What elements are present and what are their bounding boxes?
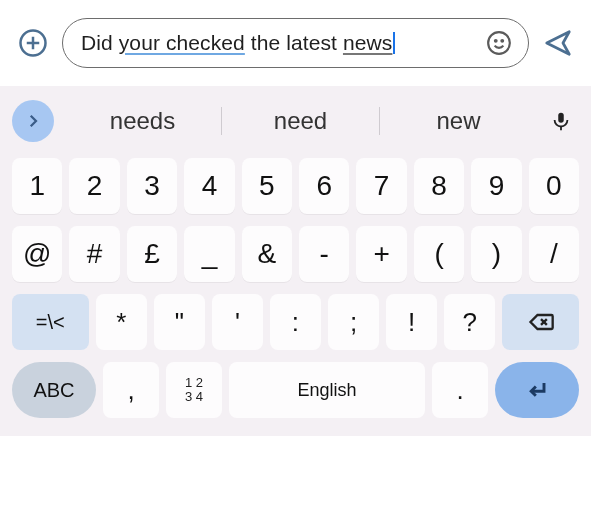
key-spacebar[interactable]: English [229, 362, 425, 418]
text-spell-underline: news [343, 31, 392, 54]
key-8[interactable]: 8 [414, 158, 464, 214]
key-minus[interactable]: - [299, 226, 349, 282]
backspace-icon [527, 308, 555, 336]
suggestion-strip: needs need new [8, 96, 583, 152]
svg-point-4 [495, 40, 497, 42]
key-row-4: ABC , 1 2 3 4 English . [12, 362, 579, 418]
key-row-3: =\< * " ' : ; ! ? [12, 294, 579, 350]
key-row-1: 1 2 3 4 5 6 7 8 9 0 [12, 158, 579, 214]
key-mode-abc[interactable]: ABC [12, 362, 96, 418]
key-semi[interactable]: ; [328, 294, 379, 350]
key-qmark[interactable]: ? [444, 294, 495, 350]
key-pound[interactable]: £ [127, 226, 177, 282]
key-plus[interactable]: + [356, 226, 406, 282]
key-hash[interactable]: # [69, 226, 119, 282]
key-underscore[interactable]: _ [184, 226, 234, 282]
key-9[interactable]: 9 [471, 158, 521, 214]
key-symbols-more[interactable]: =\< [12, 294, 89, 350]
key-2[interactable]: 2 [69, 158, 119, 214]
key-7[interactable]: 7 [356, 158, 406, 214]
key-lparen[interactable]: ( [414, 226, 464, 282]
message-input[interactable]: Did your checked the latest news [62, 18, 529, 68]
onscreen-keyboard: needs need new 1 2 3 4 5 6 7 8 9 0 @ [0, 86, 591, 436]
key-6[interactable]: 6 [299, 158, 349, 214]
key-numlock[interactable]: 1 2 3 4 [166, 362, 222, 418]
numpad-icon: 1 2 3 4 [185, 376, 203, 404]
key-1[interactable]: 1 [12, 158, 62, 214]
enter-icon [523, 376, 551, 404]
key-0[interactable]: 0 [529, 158, 579, 214]
key-colon[interactable]: : [270, 294, 321, 350]
add-button[interactable] [18, 28, 48, 58]
key-slash[interactable]: / [529, 226, 579, 282]
key-enter[interactable] [495, 362, 579, 418]
key-bang[interactable]: ! [386, 294, 437, 350]
key-period[interactable]: . [432, 362, 488, 418]
emoji-icon[interactable] [486, 30, 512, 56]
key-backspace[interactable] [502, 294, 579, 350]
expand-chevron[interactable] [12, 100, 54, 142]
send-button[interactable] [543, 28, 573, 58]
key-5[interactable]: 5 [242, 158, 292, 214]
key-3[interactable]: 3 [127, 158, 177, 214]
message-input-text: Did your checked the latest news [81, 31, 476, 55]
key-rparen[interactable]: ) [471, 226, 521, 282]
text-grammar-underline: your checked [119, 31, 245, 54]
suggestion-3[interactable]: new [380, 107, 537, 135]
text-cursor [393, 32, 395, 54]
key-comma[interactable]: , [103, 362, 159, 418]
key-amp[interactable]: & [242, 226, 292, 282]
key-at[interactable]: @ [12, 226, 62, 282]
svg-point-5 [501, 40, 503, 42]
mic-icon[interactable] [543, 110, 579, 132]
composer-bar: Did your checked the latest news [0, 0, 591, 86]
key-4[interactable]: 4 [184, 158, 234, 214]
suggestion-2[interactable]: need [222, 107, 379, 135]
key-row-2: @ # £ _ & - + ( ) / [12, 226, 579, 282]
svg-point-3 [488, 32, 510, 54]
key-squote[interactable]: ' [212, 294, 263, 350]
key-star[interactable]: * [96, 294, 147, 350]
suggestion-1[interactable]: needs [64, 107, 221, 135]
key-dquote[interactable]: " [154, 294, 205, 350]
text-plain-2: the latest [245, 31, 343, 54]
text-plain-1: Did [81, 31, 119, 54]
